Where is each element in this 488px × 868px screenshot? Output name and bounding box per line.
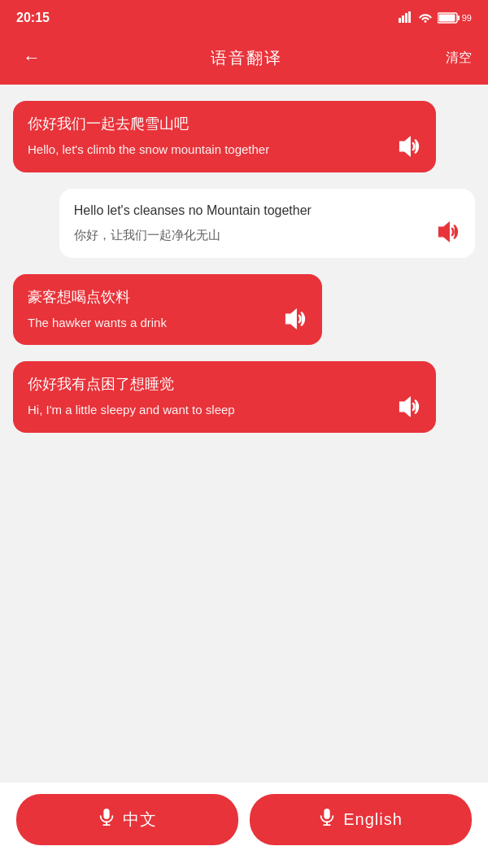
status-icons: 99	[399, 11, 472, 25]
chinese-mic-icon	[98, 809, 115, 831]
back-button[interactable]: ←	[16, 44, 47, 72]
english-mic-icon	[319, 809, 335, 831]
message-3-translated: The hawker wants a drink	[28, 314, 272, 333]
svg-rect-11	[103, 809, 109, 819]
english-label: English	[343, 810, 403, 829]
status-time: 20:15	[16, 11, 50, 25]
message-1: 你好我们一起去爬雪山吧 Hello, let's climb the snow …	[13, 101, 436, 172]
battery-icon: 99	[438, 12, 472, 24]
status-bar: 20:15 99	[0, 0, 488, 36]
message-2: Hello let's cleanses no Mountain togethe…	[59, 189, 475, 258]
message-4-text: 你好我有点困了想睡觉 Hi, I'm a little sleepy and w…	[28, 374, 386, 420]
clear-button[interactable]: 清空	[446, 50, 472, 67]
svg-rect-0	[399, 18, 401, 23]
message-3-text: 豪客想喝点饮料 The hawker wants a drink	[28, 287, 272, 333]
wifi-icon	[418, 11, 433, 25]
svg-rect-5	[458, 15, 460, 20]
signal-icon	[399, 11, 413, 25]
svg-marker-10	[400, 397, 411, 416]
message-1-text: 你好我们一起去爬雪山吧 Hello, let's climb the snow …	[28, 114, 386, 159]
page-title: 语音翻译	[211, 47, 282, 69]
svg-rect-1	[402, 15, 404, 23]
chinese-label: 中文	[123, 809, 157, 831]
bottom-bar: 中文 English	[0, 783, 488, 868]
message-1-speaker[interactable]	[395, 133, 421, 159]
svg-rect-2	[405, 13, 407, 23]
svg-rect-14	[325, 809, 330, 819]
message-3-original: 豪客想喝点饮料	[28, 287, 272, 308]
message-3: 豪客想喝点饮料 The hawker wants a drink	[13, 274, 322, 346]
message-2-translated: 你好，让我们一起净化无山	[74, 226, 425, 245]
chinese-button[interactable]: 中文	[16, 794, 238, 845]
message-2-text: Hello let's cleanses no Mountain togethe…	[74, 202, 425, 245]
chat-area: 你好我们一起去爬雪山吧 Hello, let's climb the snow …	[0, 85, 488, 783]
message-1-original: 你好我们一起去爬雪山吧	[28, 114, 386, 134]
message-4: 你好我有点困了想睡觉 Hi, I'm a little sleepy and w…	[13, 361, 436, 433]
app-header: ← 语音翻译 清空	[0, 36, 488, 85]
battery-percent: 99	[462, 13, 472, 23]
message-2-speaker[interactable]	[434, 219, 460, 245]
svg-marker-9	[286, 310, 297, 329]
english-button[interactable]: English	[250, 794, 472, 845]
svg-marker-7	[400, 137, 411, 155]
svg-marker-8	[439, 222, 450, 241]
svg-rect-6	[438, 15, 455, 22]
message-1-translated: Hello, let's climb the snow mountain tog…	[28, 141, 386, 159]
message-4-translated: Hi, I'm a little sleepy and want to slee…	[28, 401, 386, 420]
message-4-speaker[interactable]	[395, 394, 421, 420]
message-2-original: Hello let's cleanses no Mountain togethe…	[74, 202, 425, 220]
svg-rect-3	[408, 11, 411, 23]
message-4-original: 你好我有点困了想睡觉	[28, 374, 386, 395]
message-3-speaker[interactable]	[281, 306, 307, 332]
